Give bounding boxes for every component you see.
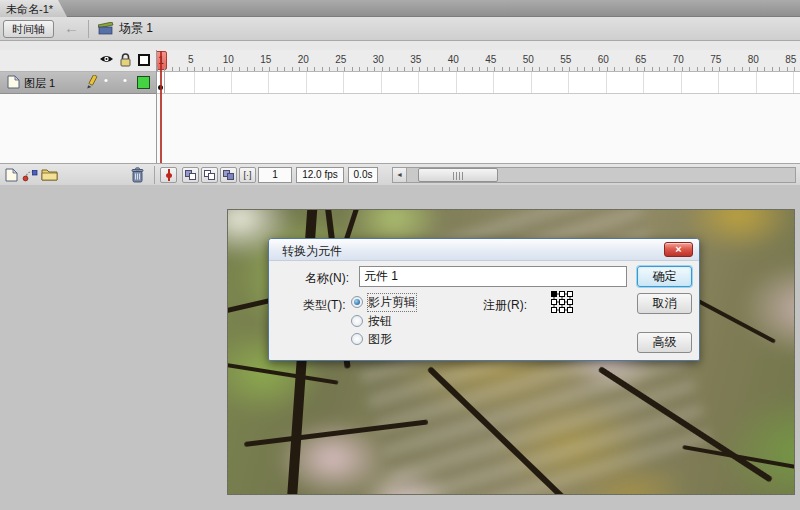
outline-column-icon[interactable]	[137, 53, 152, 68]
timeline-top-strip	[0, 41, 800, 50]
ruler-frame-number: 10	[223, 54, 234, 65]
ruler-frame-number: 85	[785, 54, 796, 65]
edit-multiple-frames-icon	[223, 170, 235, 181]
table-row: 图层 1 • •	[0, 72, 800, 94]
pencil-edit-icon	[86, 75, 99, 89]
show-hide-column-icon[interactable]	[99, 53, 114, 68]
flash-application-window: 未命名-1* 时间轴 ← 场景 1	[0, 0, 800, 510]
ruler-frame-number: 35	[410, 54, 421, 65]
layer-visibility-dot[interactable]: •	[101, 74, 111, 86]
ok-button[interactable]: 确定	[637, 266, 692, 287]
ruler-frame-number: 20	[298, 54, 309, 65]
center-frame-button[interactable]	[160, 167, 177, 183]
delete-layer-trash-button[interactable]	[130, 167, 147, 183]
radio-graphic-label: 图形	[368, 331, 392, 348]
radio-button-icon	[351, 296, 363, 308]
ruler-frame-number: 60	[598, 54, 609, 65]
ruler-frame-number: 25	[335, 54, 346, 65]
onion-markers-icon: [·]	[244, 170, 252, 180]
ruler-frame-number: 80	[748, 54, 759, 65]
layer-lock-dot[interactable]: •	[120, 74, 130, 86]
timeline-horizontal-scrollbar[interactable]: ◄	[392, 167, 796, 183]
onion-skin-outlines-button[interactable]	[201, 167, 218, 183]
playhead-line[interactable]	[160, 51, 162, 163]
onion-skin-button[interactable]	[182, 167, 199, 183]
ruler-frame-number: 15	[260, 54, 271, 65]
registration-grid[interactable]	[551, 291, 573, 313]
close-icon[interactable]: ×	[664, 242, 693, 257]
timeline-ruler[interactable]: 1 510152025303540455055606570758085	[157, 50, 800, 71]
edit-bar-divider	[88, 20, 89, 38]
scene-breadcrumb: 场景 1	[98, 20, 153, 37]
edit-multiple-frames-button[interactable]	[220, 167, 237, 183]
footer-divider	[154, 166, 155, 184]
timeline-column-divider	[156, 50, 157, 163]
ruler-frame-number: 50	[523, 54, 534, 65]
frame-rate-field[interactable]: 12.0 fps	[296, 167, 344, 183]
registration-label: 注册(R):	[483, 297, 527, 314]
layer-item[interactable]: 图层 1 • •	[0, 72, 157, 94]
edit-bar: 时间轴 ← 场景 1	[0, 17, 800, 41]
radio-graphic[interactable]: 图形	[351, 332, 392, 346]
layer-page-icon	[7, 75, 20, 89]
scene-name-label: 场景 1	[119, 20, 153, 37]
timeline-footer: [·] 1 12.0 fps 0.0s ◄	[0, 163, 800, 185]
ruler-frame-number: 40	[448, 54, 459, 65]
radio-movie-clip[interactable]: 影片剪辑	[351, 295, 416, 309]
ruler-frame-number: 55	[560, 54, 571, 65]
insert-layer-folder-button[interactable]	[41, 167, 58, 183]
onion-skin-outlines-icon	[204, 170, 216, 181]
document-tab[interactable]: 未命名-1*	[0, 0, 67, 17]
timeline-toggle-button[interactable]: 时间轴	[3, 20, 54, 38]
scrollbar-thumb[interactable]	[418, 168, 498, 182]
layer-frames-track[interactable]	[157, 72, 800, 94]
playhead-frame-indicator[interactable]: 1	[157, 51, 167, 70]
modify-onion-markers-button[interactable]: [·]	[239, 167, 256, 183]
dialog-titlebar[interactable]: 转换为元件 ×	[269, 239, 699, 261]
ruler-frame-number: 70	[673, 54, 684, 65]
add-motion-guide-button[interactable]	[22, 167, 39, 183]
onion-skin-icon	[185, 170, 197, 181]
current-frame-field[interactable]: 1	[258, 167, 292, 183]
timeline-empty-area	[0, 94, 800, 163]
center-frame-icon	[165, 169, 173, 181]
clapperboard-icon	[98, 22, 114, 35]
symbol-name-input[interactable]: 元件 1	[359, 266, 627, 287]
back-arrow-icon[interactable]: ←	[64, 19, 79, 36]
ruler-frame-number: 45	[485, 54, 496, 65]
ruler-frame-number: 75	[710, 54, 721, 65]
radio-button-symbol-label: 按钮	[368, 313, 392, 330]
radio-button-symbol[interactable]: 按钮	[351, 314, 392, 328]
advanced-button[interactable]: 高级	[637, 332, 692, 353]
ruler-frame-number: 5	[188, 54, 194, 65]
lock-column-icon[interactable]	[119, 53, 134, 68]
type-field-label: 类型(T):	[303, 297, 346, 314]
radio-movie-clip-label: 影片剪辑	[368, 294, 416, 311]
radio-button-icon	[351, 333, 363, 345]
layer-name-label: 图层 1	[24, 76, 55, 91]
name-field-label: 名称(N):	[305, 270, 349, 287]
dialog-title: 转换为元件	[282, 243, 342, 260]
radio-button-icon	[351, 315, 363, 327]
elapsed-time-field[interactable]: 0.0s	[348, 167, 378, 183]
ruler-frame-number: 65	[635, 54, 646, 65]
convert-to-symbol-dialog: 转换为元件 × 名称(N): 元件 1 类型(T): 影片剪辑 按钮 图形 注册…	[268, 238, 700, 361]
ruler-frame-number: 30	[373, 54, 384, 65]
insert-layer-button[interactable]	[4, 167, 21, 183]
timeline-header-row: 1 510152025303540455055606570758085	[0, 50, 800, 72]
document-tab-bar: 未命名-1*	[0, 0, 800, 17]
scrollbar-left-arrow[interactable]: ◄	[393, 168, 407, 182]
layer-outline-color-swatch[interactable]	[137, 76, 150, 89]
cancel-button[interactable]: 取消	[637, 293, 692, 314]
timeline-panel: 1 510152025303540455055606570758085 图层 1	[0, 41, 800, 185]
